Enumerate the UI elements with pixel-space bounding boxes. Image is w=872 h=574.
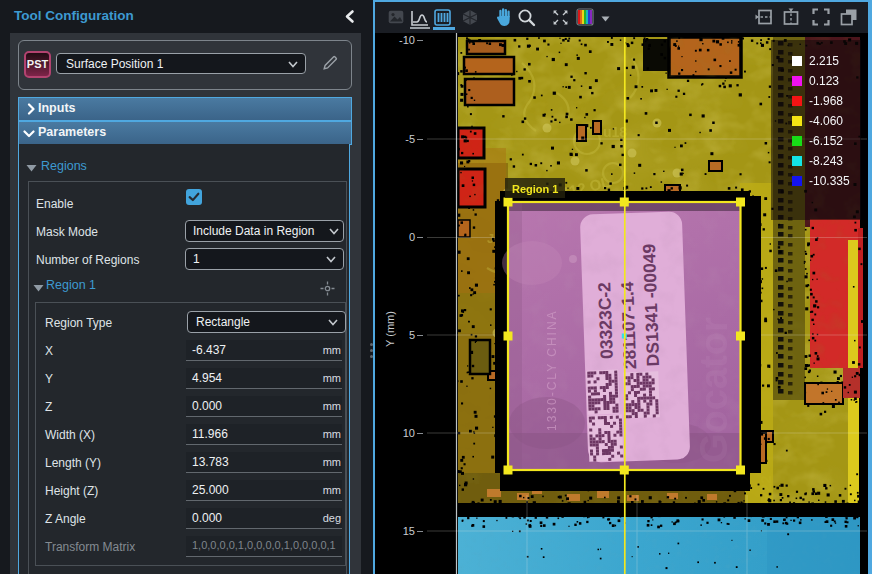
svg-text:u18: u18: [603, 124, 627, 140]
svg-text:Region 1: Region 1: [512, 183, 558, 195]
svg-text:DS1341 -00049: DS1341 -00049: [639, 243, 663, 366]
svg-text:Gocator: Gocator: [693, 317, 735, 463]
svg-text:03323C-2: 03323C-2: [594, 282, 617, 360]
svg-text:1330-CLY CHINA: 1330-CLY CHINA: [545, 309, 559, 431]
svg-text:281107-1.4: 281107-1.4: [617, 281, 640, 369]
